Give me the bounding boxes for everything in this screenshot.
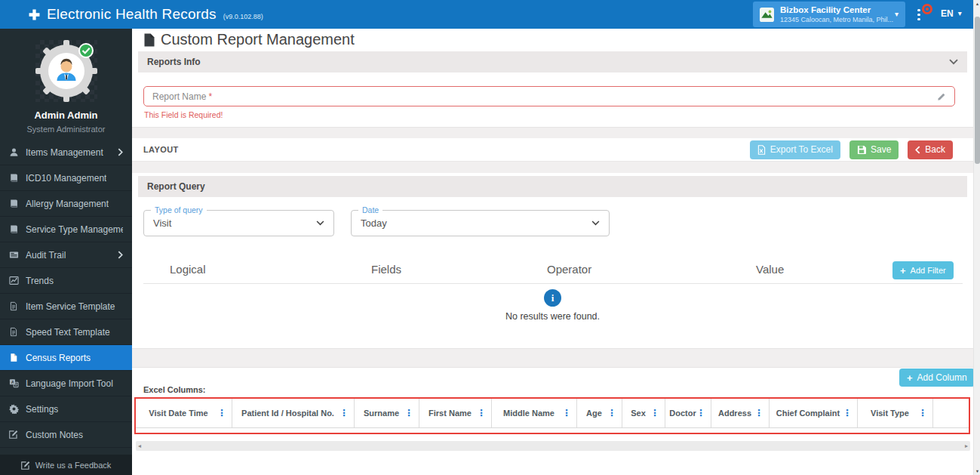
add-column-button[interactable]: + Add Column — [899, 369, 975, 387]
kebab-vertical-icon[interactable]: ⋮ — [339, 409, 349, 418]
kebab-vertical-icon[interactable]: ⋮ — [650, 409, 659, 418]
feedback-link[interactable]: Write us a Feedback — [0, 455, 132, 475]
screen: Electronic Health Records (v9.0.102.88) … — [0, 0, 980, 475]
section-gap — [132, 348, 973, 368]
audit-card-icon — [9, 250, 19, 260]
sidebar-item[interactable]: Allergy Management — [0, 191, 132, 217]
section-gap — [132, 162, 973, 173]
kebab-vertical-icon[interactable]: ⋮ — [843, 409, 852, 418]
type-of-query-label: Type of query — [151, 205, 207, 216]
vertical-scrollbar[interactable]: ▲ ▼ — [973, 0, 980, 475]
add-filter-button[interactable]: + Add Filter — [892, 261, 954, 279]
date-label: Date — [358, 205, 382, 216]
plus-icon: + — [907, 373, 913, 383]
back-button[interactable]: Back — [908, 140, 953, 159]
file-text-icon — [9, 327, 19, 337]
scroll-left-icon[interactable]: ◂ — [138, 442, 141, 450]
facility-address: 12345 Caloocan, Metro Manila, Phil... — [780, 16, 889, 24]
scrollbar-thumb[interactable] — [975, 17, 980, 164]
filter-table-divider — [143, 283, 963, 284]
caret-down-icon: ▾ — [895, 11, 899, 18]
user-icon — [9, 147, 19, 157]
trends-chart-icon — [9, 276, 19, 285]
excel-column-header[interactable]: Patient Id / Hospital No. ⋮ — [232, 399, 355, 427]
pencil-input-icon — [937, 92, 946, 101]
sidebar-item[interactable]: Audit Trail — [0, 242, 132, 268]
excel-column-header[interactable]: Chief Complaint ⋮ — [770, 399, 858, 427]
type-of-query-select[interactable]: Type of query Visit — [143, 210, 334, 236]
sidebar-item[interactable]: Settings — [0, 396, 132, 422]
kebab-vertical-icon[interactable]: ⋮ — [918, 409, 927, 418]
sidebar-item[interactable]: A Language Import Tool — [0, 371, 132, 396]
chevron-right-icon — [118, 251, 123, 259]
floppy-icon — [857, 145, 866, 154]
info-icon: i — [544, 289, 561, 307]
avatar — [35, 40, 97, 102]
excel-column-header[interactable]: Address ⋮ — [711, 399, 770, 427]
sidebar-item[interactable]: Census Reports — [0, 345, 132, 371]
facility-name: Bizbox Facility Center — [780, 5, 889, 15]
kebab-vertical-icon[interactable]: ⋮ — [477, 409, 486, 418]
excel-column-header[interactable]: Age ⋮ — [577, 399, 622, 427]
page-title: Custom Report Management — [143, 31, 355, 48]
book-icon — [9, 199, 19, 208]
excel-column-header[interactable]: Visit Type ⋮ — [858, 399, 933, 427]
notifications-menu[interactable] — [913, 5, 932, 24]
scroll-up-icon[interactable]: ▲ — [974, 2, 980, 6]
save-button[interactable]: Save — [849, 140, 899, 159]
excel-column-header[interactable]: Doctor ⋮ — [665, 399, 711, 427]
layout-label: LAYOUT — [143, 145, 179, 154]
book-icon — [9, 173, 19, 183]
kebab-vertical-icon[interactable]: ⋮ — [754, 409, 763, 418]
report-query-header: Report Query — [138, 176, 967, 197]
scroll-down-icon[interactable]: ▼ — [974, 469, 980, 473]
facility-selector[interactable]: Bizbox Facility Center 12345 Caloocan, M… — [753, 2, 905, 27]
facility-text: Bizbox Facility Center 12345 Caloocan, M… — [780, 5, 889, 24]
chevron-down-icon[interactable] — [949, 59, 958, 65]
chevron-right-icon — [118, 148, 123, 156]
date-select[interactable]: Date Today — [351, 210, 610, 236]
kebab-vertical-icon[interactable]: ⋮ — [217, 409, 226, 418]
kebab-vertical-icon[interactable]: ⋮ — [404, 409, 413, 418]
sidebar-item[interactable]: Custom Notes — [0, 422, 132, 448]
kebab-vertical-icon[interactable]: ⋮ — [562, 409, 571, 418]
language-selector[interactable]: EN ▾ — [941, 8, 962, 19]
sidebar-item[interactable]: Trends — [0, 268, 132, 294]
excel-columns-label: Excel Columns: — [143, 385, 206, 394]
medical-cross-icon — [29, 9, 40, 20]
top-navbar: Electronic Health Records (v9.0.102.88) … — [0, 0, 973, 29]
sidebar-item[interactable]: Speed Text Template — [0, 319, 132, 345]
excel-column-header[interactable]: Middle Name ⋮ — [492, 399, 577, 427]
validation-error: This Field is Required! — [144, 110, 223, 119]
excel-column-header[interactable]: Surname ⋮ — [355, 399, 419, 427]
filter-column-header: Value — [756, 263, 784, 276]
file-icon — [9, 353, 19, 362]
kebab-vertical-icon[interactable]: ⋮ — [696, 409, 705, 418]
sidebar-item[interactable]: Items Management — [0, 140, 132, 165]
language-label: EN — [941, 8, 954, 19]
filter-table-header: LogicalFieldsOperatorValue — [132, 263, 973, 276]
user-role: System Administrator — [0, 125, 132, 134]
scroll-right-icon[interactable]: ▸ — [965, 442, 968, 450]
export-to-excel-button[interactable]: Export To Excel — [750, 140, 840, 159]
file-text-icon — [9, 301, 19, 311]
required-asterisk: * — [208, 91, 212, 102]
edit-icon — [21, 461, 30, 470]
chevron-down-icon — [591, 221, 600, 226]
sidebar-item[interactable]: Service Type Management — [0, 217, 132, 242]
excel-column-header[interactable]: Sex ⋮ — [622, 399, 665, 427]
date-value: Today — [361, 217, 387, 229]
feedback-label: Write us a Feedback — [35, 461, 112, 470]
user-profile: Admin Admin System Administrator — [0, 29, 132, 134]
report-name-input[interactable]: Report Name * — [143, 86, 955, 106]
app-title: Electronic Health Records — [47, 6, 217, 23]
app-version: (v9.0.102.88) — [223, 13, 263, 20]
sidebar-item[interactable]: ICD10 Management — [0, 165, 132, 191]
filter-column-header: Operator — [547, 263, 591, 276]
app-brand: Electronic Health Records (v9.0.102.88) — [29, 0, 263, 29]
horizontal-scrollbar[interactable]: ◂ ▸ — [136, 441, 970, 451]
excel-column-header[interactable]: Visit Date Time ⋮ — [136, 399, 232, 427]
excel-column-header[interactable]: First Name ⋮ — [419, 399, 492, 427]
kebab-vertical-icon[interactable]: ⋮ — [607, 409, 616, 418]
sidebar-item[interactable]: Item Service Template — [0, 294, 132, 319]
